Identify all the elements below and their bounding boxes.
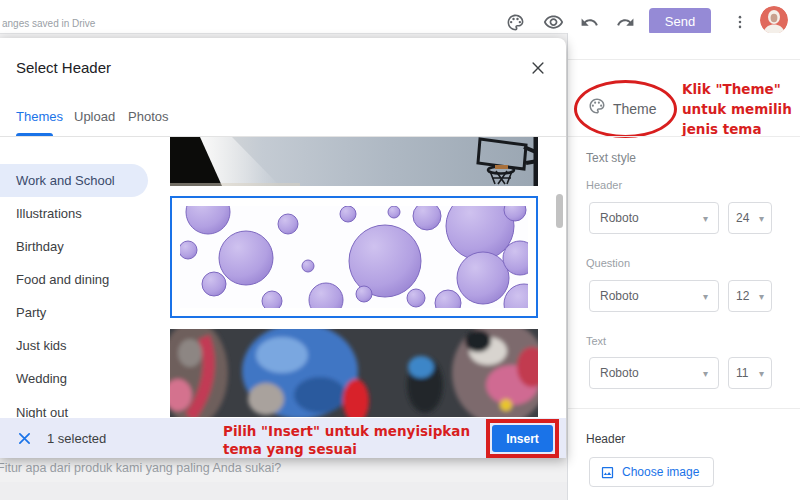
font-row-label: Text [586,335,606,347]
panel-divider [568,136,800,137]
themes-content: Work and School Illustrations Birthday F… [0,137,566,418]
theme-thumbnail-birds[interactable] [170,329,538,417]
undo-icon[interactable] [578,11,600,33]
panel-divider [568,59,800,60]
dialog-title: Select Header [16,59,111,76]
chevron-down-icon: ▾ [759,213,764,224]
category-night-out[interactable]: Night out [0,396,160,418]
saved-status-text: anges saved in Drive [2,18,95,29]
send-button[interactable]: Send [649,8,711,35]
theme-palette-icon[interactable] [588,97,606,119]
font-select-header[interactable]: Roboto ▾ [589,202,719,234]
tab-themes[interactable]: Themes [16,109,63,124]
header-section-label: Header [586,432,625,446]
avatar[interactable] [760,6,788,34]
category-birthday[interactable]: Birthday [0,230,160,263]
chevron-down-icon: ▾ [703,368,708,379]
scrollbar-thumb[interactable] [556,194,563,228]
theme-thumbnail-basketball[interactable] [170,137,538,186]
palette-icon[interactable] [504,11,526,33]
font-row-label: Question [586,257,630,269]
annotation-theme-note: Klik "Theme" untuk memilih jenis tema [682,79,792,139]
tab-upload[interactable]: Upload [74,109,115,124]
selection-footer: 1 selected Pilih "Insert" untuk menyisip… [0,418,566,458]
page-background [0,482,567,500]
selected-count: 1 selected [47,431,106,446]
select-header-dialog: Select Header Themes Upload Photos Work … [0,38,566,458]
text-style-title: Text style [586,151,636,165]
chevron-down-icon: ▾ [759,368,764,379]
clear-selection-icon[interactable] [13,427,35,449]
preview-eye-icon[interactable] [542,11,564,33]
font-select-text[interactable]: Roboto ▾ [589,357,719,389]
redo-icon[interactable] [614,11,636,33]
size-select-header[interactable]: 24 ▾ [728,202,772,234]
font-row-label: Header [586,179,622,191]
size-select-text[interactable]: 11 ▾ [728,357,772,389]
chevron-down-icon: ▾ [703,213,708,224]
more-vert-icon[interactable] [729,11,751,33]
font-select-question[interactable]: Roboto ▾ [589,280,719,312]
close-icon[interactable] [526,56,550,80]
image-icon [600,465,615,480]
theme-panel: Theme Klik "Theme" untuk memilih jenis t… [567,33,800,500]
chevron-down-icon: ▾ [759,291,764,302]
annotation-insert-note: Pilih "Insert" untuk menyisipkan tema ya… [223,422,470,458]
category-party[interactable]: Party [0,296,160,329]
chevron-down-icon: ▾ [703,291,708,302]
google-forms-screen: anges saved in Drive Send Theme Klik "Th [0,0,800,500]
size-select-question[interactable]: 12 ▾ [728,280,772,312]
tab-photos[interactable]: Photos [128,109,168,124]
theme-panel-title[interactable]: Theme [613,101,657,117]
topbar: anges saved in Drive Send [0,0,800,34]
category-illustrations[interactable]: Illustrations [0,197,160,230]
panel-divider [568,408,800,409]
category-just-kids[interactable]: Just kids [0,329,160,362]
theme-thumbnail-bubbles-selected[interactable] [170,196,538,318]
category-wedding[interactable]: Wedding [0,362,160,395]
form-question-text: Fitur apa dari produk kami yang paling A… [0,461,281,475]
category-work-and-school[interactable]: Work and School [0,164,148,197]
category-food-and-dining[interactable]: Food and dining [0,263,160,296]
insert-button[interactable]: Insert [492,425,553,452]
choose-image-button[interactable]: Choose image [589,457,714,487]
